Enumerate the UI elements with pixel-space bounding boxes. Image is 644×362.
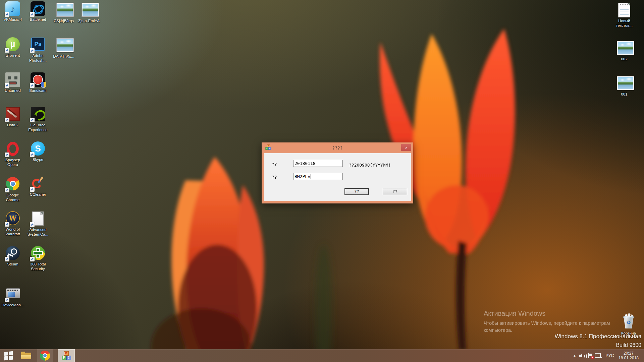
desktop-icon-opera[interactable]: Браузер Opera [0, 141, 25, 167]
network-icon [595, 353, 602, 359]
desktop-icon-image-file[interactable]: Zjs-o-EmiYA [76, 1, 102, 23]
text-caret [311, 174, 311, 179]
tray-network-button[interactable] [594, 349, 602, 362]
desktop-icon-bandicam[interactable]: Bandicam [25, 72, 51, 93]
desktop-icon-image-002[interactable]: 002 [611, 40, 637, 61]
activation-watermark: Активация Windows Чтобы активировать Win… [484, 310, 610, 334]
close-icon: ✕ [405, 145, 407, 150]
tray-volume-button[interactable] [579, 349, 586, 362]
shortcut-arrow-icon [30, 12, 35, 17]
desktop-icon-steam[interactable]: Steam [0, 246, 25, 266]
shortcut-arrow-icon [30, 257, 35, 261]
desktop-icon-image-file[interactable]: DAfVThXs... [51, 37, 76, 59]
recycle-bin[interactable]: ♻ Корзина [616, 314, 641, 336]
shortcut-arrow-icon [5, 257, 9, 261]
desktop-icon-text-file[interactable]: Новый текстов... [611, 3, 637, 28]
icon-label: Battle.net [25, 17, 51, 22]
taskbar-chrome-button[interactable] [37, 349, 53, 362]
shortcut-arrow-icon [5, 222, 9, 227]
icon-label: Adobe Photosh... [25, 53, 51, 63]
icon-label: 002 [611, 57, 637, 61]
flag-alert-icon [588, 353, 593, 359]
desktop-icon-skype[interactable]: S Skype [25, 141, 51, 162]
close-button[interactable]: ✕ [401, 144, 411, 151]
desktop-icon-vkmusic[interactable]: ♪ VKMusic 4 [0, 1, 25, 22]
desktop-icon-360-security[interactable]: 360 Total Security [25, 246, 51, 271]
desktop-icon-photoshop[interactable]: Ps Adobe Photosh... [25, 37, 51, 63]
icon-label: Unturned [0, 88, 25, 93]
icon-label: Zjs-o-EmiYA [76, 18, 102, 23]
desktop-icon-unturned[interactable]: Unturned [0, 72, 25, 93]
desktop-icon-wow[interactable]: W World of Warcraft [0, 211, 25, 236]
desktop-icon-chrome[interactable]: Google Chrome [0, 176, 25, 202]
desktop-icon-geforce[interactable]: GeForce Experience [25, 107, 51, 132]
windows-version-text: Windows 8.1 Профессиональная Build 9600 [555, 333, 641, 348]
dialog-window: MFC ???? ✕ ?? 20180118 ??200908(YYYYMM) … [262, 142, 413, 203]
photo-thumbnail-icon [617, 76, 634, 90]
taskbar-explorer-button[interactable] [18, 349, 34, 362]
shortcut-arrow-icon [30, 187, 35, 192]
dialog-title: ???? [262, 145, 413, 150]
watermark-title: Активация Windows [484, 310, 610, 317]
photo-thumbnail-icon [617, 41, 634, 55]
shortcut-arrow-icon [5, 188, 9, 192]
tray-action-center-button[interactable] [587, 349, 594, 362]
icon-label: VKMusic 4 [0, 17, 25, 22]
taskbar: MFC ▲ РУС 20:27 18.01.2018 [0, 349, 644, 362]
photo-thumbnail-icon [82, 3, 99, 17]
shortcut-arrow-icon [30, 118, 35, 122]
desktop-icon-battlenet[interactable]: Battle.net [25, 1, 51, 22]
start-button[interactable] [1, 349, 16, 362]
desktop-icon-image-file[interactable]: CSjJrjBJrqs [51, 1, 76, 23]
shortcut-arrow-icon [30, 222, 35, 227]
desktop-icon-ccleaner[interactable]: C CCleaner [25, 176, 51, 197]
icon-label: Dota 2 [0, 123, 25, 127]
shortcut-arrow-icon [30, 83, 35, 88]
icon-label: CSjJrjBJrqs [51, 18, 76, 23]
dark-tulip [151, 157, 264, 362]
shortcut-arrow-icon [5, 298, 9, 302]
shortcut-arrow-icon [30, 152, 35, 157]
shortcut-arrow-icon [5, 12, 9, 17]
chrome-icon [40, 351, 50, 361]
date-input[interactable]: 20180118 [293, 160, 343, 167]
icon-label: Advanced SystemCa... [25, 227, 51, 237]
field-label-1: ?? [272, 162, 277, 167]
icon-label: 360 Total Security [25, 262, 51, 271]
dialog-body: ?? 20180118 ??200908(YYYYMM) ?? BM2PLv ?… [264, 153, 411, 201]
recycle-bin-icon: ♻ [623, 314, 634, 329]
chevron-up-icon: ▲ [573, 354, 576, 357]
tray-language-indicator[interactable]: РУС [604, 349, 616, 362]
windows-logo-icon [4, 351, 13, 360]
desktop-icon-dota2[interactable]: Dota 2 [0, 107, 25, 127]
cancel-button[interactable]: ?? [383, 188, 407, 195]
icon-label: GeForce Experience [25, 123, 51, 132]
icon-label: µTorrent [0, 53, 25, 58]
tray-expand-button[interactable]: ▲ [572, 349, 578, 362]
icon-label: Skype [25, 157, 51, 162]
photo-thumbnail-icon [56, 3, 74, 17]
shortcut-arrow-icon [5, 83, 9, 88]
photo-thumbnail-icon [56, 38, 74, 52]
desktop-icon-image-001[interactable]: 001 [611, 75, 637, 97]
speaker-icon [579, 353, 586, 358]
ok-button[interactable]: ?? [344, 188, 369, 195]
notepad-file-icon [618, 3, 630, 17]
device-icon [5, 287, 20, 299]
taskbar-mfc-app-button[interactable]: MFC [58, 349, 75, 362]
code-input[interactable]: BM2PLv [293, 173, 343, 180]
icon-label: DAfVThXs... [51, 54, 76, 59]
icon-label: World of Warcraft [0, 227, 25, 236]
desktop-icon-advanced-systemcare[interactable]: Advanced SystemCa... [25, 211, 51, 237]
mfc-app-icon: MFC [61, 351, 71, 360]
icon-label: 001 [611, 92, 637, 97]
icon-label: Bandicam [25, 88, 51, 93]
shortcut-arrow-icon [5, 48, 9, 53]
desktop-screen: ♪ VKMusic 4 Battle.net CSjJrjBJrqs Zjs-o… [0, 0, 644, 362]
dialog-titlebar[interactable]: MFC ???? ✕ [262, 142, 413, 153]
build-text: Build 9600 [555, 342, 641, 348]
icon-label: Браузер Opera [0, 158, 25, 167]
tray-clock[interactable]: 20:27 18.01.2018 [616, 349, 641, 362]
desktop-icon-device-manager[interactable]: DeviceMan... [0, 286, 25, 307]
desktop-icon-utorrent[interactable]: µ µTorrent [0, 37, 25, 58]
